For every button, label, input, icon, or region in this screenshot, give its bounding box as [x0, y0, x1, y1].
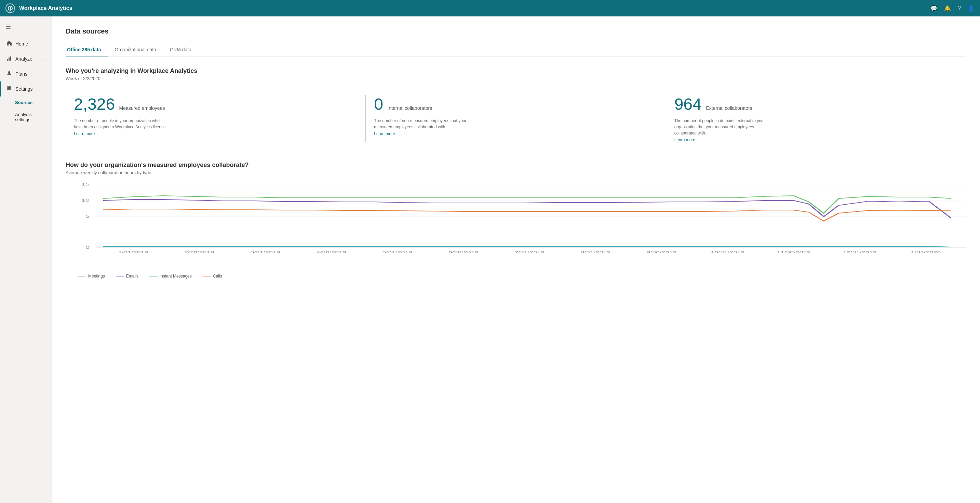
section1-title: Who you're analyzing in Workplace Analyt… — [66, 67, 966, 75]
home-label: Home — [15, 41, 28, 46]
meetings-legend-line — [78, 276, 86, 276]
legend-calls: Calls — [203, 274, 222, 278]
measured-employees-desc: The number of people in your organizatio… — [74, 118, 170, 130]
chart-subtitle: Average weekly collaboration hours by ty… — [66, 170, 966, 175]
calls-legend-line — [203, 276, 211, 276]
measured-employees-link[interactable]: Learn more — [74, 131, 358, 136]
meetings-legend-label: Meetings — [88, 274, 105, 278]
calls-legend-label: Calls — [213, 274, 222, 278]
tab-crm-data[interactable]: CRM data — [169, 43, 198, 56]
legend-emails: Emails — [116, 274, 138, 278]
meetings-line — [103, 196, 951, 213]
internal-collaborators-number: 0 — [374, 95, 383, 113]
stat-measured-employees: 2,326 Measured employees The number of p… — [66, 89, 366, 148]
svg-rect-2 — [8, 57, 10, 61]
stats-row: 2,326 Measured employees The number of p… — [66, 89, 966, 148]
instant-messages-legend-label: Instant Messages — [160, 274, 192, 278]
svg-text:2/28/2019: 2/28/2019 — [184, 251, 214, 254]
internal-collaborators-link[interactable]: Learn more — [374, 131, 658, 136]
sidebar-item-plans[interactable]: Plans — [0, 66, 52, 81]
svg-text:1/31/2019: 1/31/2019 — [118, 251, 148, 254]
sidebar: ☰ Home Analyze ⌄ Plans — [0, 16, 52, 503]
topbar: Workplace Analytics 💬 🔔 ? 👤 — [0, 0, 980, 16]
chart-title: How do your organization's measured empl… — [66, 161, 966, 169]
svg-text:11/30/2019: 11/30/2019 — [777, 251, 811, 254]
svg-point-4 — [8, 71, 10, 73]
internal-collaborators-desc: The number of non-measured employees tha… — [374, 118, 470, 130]
feedback-icon[interactable]: 💬 — [931, 5, 937, 12]
svg-text:1/31/2020: 1/31/2020 — [911, 251, 941, 254]
svg-rect-1 — [7, 59, 8, 61]
topbar-icons: 💬 🔔 ? 👤 — [931, 5, 975, 12]
internal-collaborators-label: Internal collaborators — [387, 105, 432, 111]
svg-text:3/31/2019: 3/31/2019 — [250, 251, 280, 254]
svg-rect-3 — [10, 56, 11, 61]
emails-line — [103, 200, 951, 218]
chart-section: How do your organization's measured empl… — [66, 161, 966, 278]
svg-text:5/31/2019: 5/31/2019 — [382, 251, 412, 254]
legend-instant-messages: Instant Messages — [150, 274, 192, 278]
emails-legend-label: Emails — [126, 274, 138, 278]
svg-text:15: 15 — [81, 182, 89, 186]
external-collaborators-desc: The number of people in domains external… — [675, 118, 770, 136]
svg-text:5: 5 — [86, 214, 89, 218]
instant-messages-line — [103, 246, 951, 247]
chart-svg: 15 10 5 0 1/31/2019 2/28/2019 3/31/2019 … — [66, 180, 966, 256]
measured-employees-label: Measured employees — [119, 105, 165, 111]
svg-text:4/30/2019: 4/30/2019 — [316, 251, 346, 254]
measured-employees-number: 2,326 — [74, 95, 115, 113]
svg-text:10/31/2019: 10/31/2019 — [711, 251, 745, 254]
stat-external-collaborators: 964 External collaborators The number of… — [666, 89, 966, 148]
chart-legend: Meetings Emails Instant Messages Calls — [66, 274, 966, 278]
external-collaborators-label: External collaborators — [706, 105, 752, 111]
svg-text:6/30/2019: 6/30/2019 — [449, 251, 479, 254]
sidebar-item-sources[interactable]: Sources — [0, 96, 52, 109]
sidebar-item-analysis-settings[interactable]: Analysis settings — [0, 109, 52, 126]
svg-text:8/31/2019: 8/31/2019 — [581, 251, 611, 254]
settings-chevron-icon: ⌄ — [43, 87, 46, 91]
svg-text:10: 10 — [81, 198, 89, 202]
sidebar-item-home[interactable]: Home — [0, 36, 52, 51]
external-collaborators-link[interactable]: Learn more — [675, 137, 958, 142]
settings-label: Settings — [15, 86, 33, 92]
sidebar-item-analyze[interactable]: Analyze ⌄ — [0, 51, 52, 66]
help-icon[interactable]: ? — [958, 5, 961, 11]
sidebar-nav: Home Analyze ⌄ Plans Settings — [0, 36, 52, 126]
section1-subtitle: Week of 2/2/2020 — [66, 76, 966, 81]
home-icon — [6, 40, 12, 47]
plans-label: Plans — [15, 71, 27, 77]
sidebar-item-settings[interactable]: Settings ⌄ — [0, 81, 52, 96]
analyze-chevron-icon: ⌄ — [43, 57, 46, 61]
sidebar-sub-items: Sources Analysis settings — [0, 96, 52, 126]
instant-messages-legend-line — [150, 276, 158, 276]
svg-text:0: 0 — [86, 246, 89, 249]
plans-icon — [6, 70, 12, 77]
main-layout: ☰ Home Analyze ⌄ Plans — [0, 16, 980, 503]
stat-internal-collaborators: 0 Internal collaborators The number of n… — [366, 89, 666, 148]
calls-line — [103, 209, 951, 221]
settings-icon — [6, 86, 12, 93]
svg-text:12/31/2019: 12/31/2019 — [843, 251, 877, 254]
notification-icon[interactable]: 🔔 — [944, 5, 951, 12]
external-collaborators-number: 964 — [675, 95, 702, 113]
collaboration-chart: 15 10 5 0 1/31/2019 2/28/2019 3/31/2019 … — [66, 180, 966, 270]
account-icon[interactable]: 👤 — [968, 5, 975, 12]
tab-org-data[interactable]: Organizational data — [113, 43, 163, 56]
analyze-icon — [6, 56, 12, 62]
tab-bar: Office 365 data Organizational data CRM … — [66, 43, 966, 56]
app-title: Workplace Analytics — [19, 5, 931, 11]
tab-office365[interactable]: Office 365 data — [66, 43, 108, 56]
app-logo — [5, 3, 15, 13]
page-title: Data sources — [66, 27, 966, 35]
hamburger-menu[interactable]: ☰ — [0, 19, 52, 35]
legend-meetings: Meetings — [78, 274, 105, 278]
svg-text:7/31/2019: 7/31/2019 — [514, 251, 544, 254]
emails-legend-line — [116, 276, 124, 276]
svg-text:9/30/2019: 9/30/2019 — [647, 251, 677, 254]
analyze-label: Analyze — [15, 56, 32, 62]
main-content: Data sources Office 365 data Organizatio… — [52, 16, 980, 503]
svg-point-0 — [8, 6, 12, 10]
